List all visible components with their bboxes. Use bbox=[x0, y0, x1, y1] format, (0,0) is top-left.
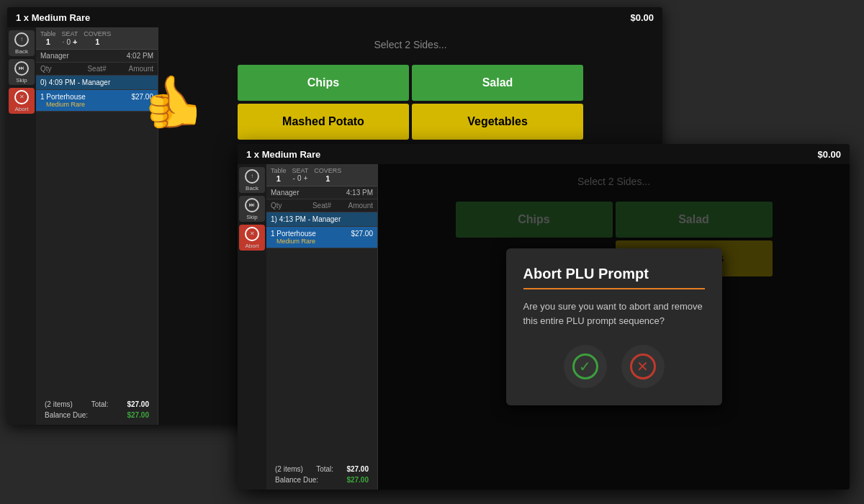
front-back-btn[interactable]: ↑ Back bbox=[239, 167, 265, 193]
abort-dialog-body: Are you sure you want to abort and remov… bbox=[523, 300, 705, 328]
foreground-window: 1 x Medium Rare $0.00 ↑ Back ⏭ Skip ✕ Ab… bbox=[238, 144, 850, 490]
abort-dialog: Abort PLU Prompt Are you sure you want t… bbox=[506, 248, 722, 405]
abort-btn[interactable]: ✕ Abort bbox=[9, 88, 35, 114]
back-btn[interactable]: ↑ Back bbox=[9, 30, 35, 56]
front-nav-icons: ↑ Back ⏭ Skip ✕ Abort bbox=[238, 164, 266, 490]
front-window-price: $0.00 bbox=[817, 149, 841, 160]
skip-btn[interactable]: ⏭ Skip bbox=[9, 59, 35, 85]
front-col-headers: Qty Seat# Amount bbox=[266, 199, 377, 212]
back-side-vegetables[interactable]: Vegetables bbox=[412, 104, 583, 140]
back-total-row: (2 items) Total: $27.00 bbox=[40, 399, 153, 410]
front-abort-btn[interactable]: ✕ Abort bbox=[239, 225, 265, 251]
abort-dialog-title: Abort PLU Prompt bbox=[523, 266, 705, 289]
front-window-title: 1 x Medium Rare bbox=[246, 149, 320, 160]
back-covers-block: COVERS 1 bbox=[84, 30, 111, 46]
back-table-info: Table 1 SEAT - 0 + COVERS 1 bbox=[36, 27, 158, 50]
front-order-header: 1) 4:13 PM - Manager bbox=[266, 212, 377, 227]
back-side-mashed[interactable]: Mashed Potato bbox=[238, 104, 409, 140]
front-manager-row: Manager 4:13 PM bbox=[266, 186, 377, 199]
front-total-row: (2 items) Total: $27.00 bbox=[271, 464, 373, 474]
back-select-prompt: Select 2 Sides... bbox=[374, 39, 446, 50]
abort-dialog-overlay: Abort PLU Prompt Are you sure you want t… bbox=[378, 164, 850, 490]
front-skip-btn[interactable]: ⏭ Skip bbox=[239, 196, 265, 222]
front-main: Select 2 Sides... Chips Salad Mashed Pot… bbox=[378, 164, 850, 490]
back-totals: (2 items) Total: $27.00 Balance Due: $27… bbox=[36, 395, 158, 425]
front-seat-controls: - 0 + bbox=[293, 174, 308, 182]
back-window-price: $0.00 bbox=[630, 12, 654, 23]
front-item-sub: Medium Rare bbox=[271, 238, 373, 245]
back-manager-row: Manager 4:02 PM bbox=[36, 50, 158, 63]
back-nav-icons: ↑ Back ⏭ Skip ✕ Abort bbox=[7, 27, 36, 425]
back-icon: ↑ bbox=[14, 32, 29, 47]
back-balance-row: Balance Due: $27.00 bbox=[40, 410, 153, 420]
front-back-icon: ↑ bbox=[245, 169, 259, 184]
front-balance-row: Balance Due: $27.00 bbox=[271, 474, 373, 485]
skip-icon: ⏭ bbox=[14, 61, 29, 76]
back-seat-block: SEAT - 0 + bbox=[62, 30, 78, 46]
abort-icon: ✕ bbox=[14, 90, 29, 104]
abort-confirm-button[interactable]: ✓ bbox=[564, 345, 607, 388]
back-sides-grid: Chips Salad Mashed Potato Vegetables bbox=[238, 65, 583, 140]
front-order-item[interactable]: 1 Porterhouse $27.00 Medium Rare bbox=[266, 227, 377, 248]
front-seat-block: SEAT - 0 + bbox=[292, 167, 309, 183]
back-seat-controls: - 0 + bbox=[62, 37, 77, 46]
front-title-bar: 1 x Medium Rare $0.00 bbox=[238, 144, 850, 164]
back-side-chips[interactable]: Chips bbox=[238, 65, 409, 101]
front-abort-icon: ✕ bbox=[245, 227, 259, 241]
abort-cancel-button[interactable]: ✕ bbox=[621, 345, 665, 388]
back-window-title: 1 x Medium Rare bbox=[16, 12, 90, 23]
back-title-bar: 1 x Medium Rare $0.00 bbox=[7, 7, 662, 27]
front-table-block: Table 1 bbox=[271, 167, 287, 183]
front-covers-block: COVERS 1 bbox=[314, 167, 341, 183]
check-icon: ✓ bbox=[572, 354, 598, 379]
front-table-info: Table 1 SEAT - 0 + COVERS 1 bbox=[266, 164, 377, 186]
front-sidebar: Table 1 SEAT - 0 + COVERS 1 Manager bbox=[266, 164, 378, 490]
front-totals: (2 items) Total: $27.00 Balance Due: $27… bbox=[266, 459, 377, 490]
abort-dialog-buttons: ✓ ✕ bbox=[523, 345, 705, 388]
hand-cursor-annotation: 👍 bbox=[133, 72, 205, 137]
back-table-block: Table 1 bbox=[40, 30, 56, 46]
back-side-salad[interactable]: Salad bbox=[412, 65, 583, 101]
front-skip-icon: ⏭ bbox=[245, 198, 259, 212]
x-icon: ✕ bbox=[630, 354, 656, 379]
front-content: ↑ Back ⏭ Skip ✕ Abort Table 1 SEAT bbox=[238, 164, 850, 490]
